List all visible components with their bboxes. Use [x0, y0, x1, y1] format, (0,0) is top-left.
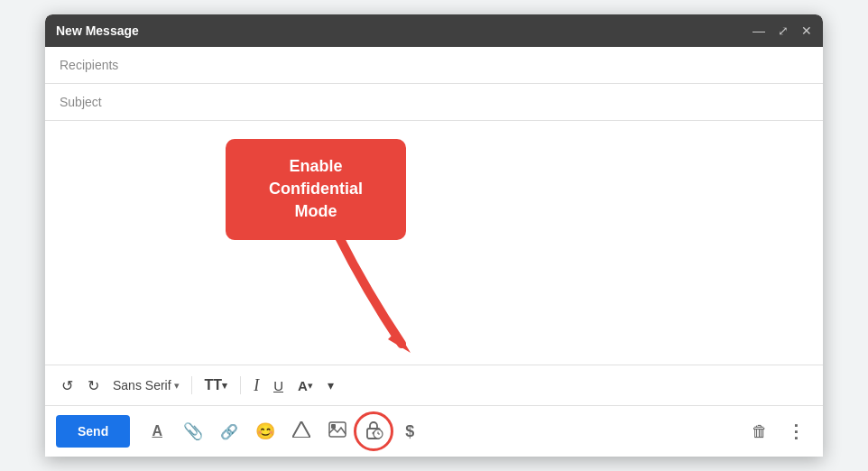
redo-button[interactable]: ↻: [82, 374, 105, 398]
font-color-dropdown-icon: ▾: [308, 380, 313, 392]
tooltip-wrapper: Enable Confidential Mode: [226, 139, 406, 240]
subject-label: Subject: [60, 95, 132, 109]
recipients-row: Recipients: [45, 47, 823, 84]
drive-button[interactable]: [285, 415, 318, 448]
photo-icon: [328, 421, 346, 441]
font-size-button[interactable]: TT ▾: [199, 374, 234, 397]
underline-icon: U: [273, 378, 283, 393]
format-text-icon: A: [152, 423, 162, 439]
tooltip-box: Enable Confidential Mode: [226, 139, 406, 240]
font-size-dropdown-icon: ▾: [222, 380, 227, 392]
font-dropdown-icon[interactable]: ▾: [174, 380, 180, 392]
attachment-button[interactable]: 📎: [177, 415, 209, 448]
emoji-button[interactable]: 😊: [249, 415, 282, 448]
recipients-input[interactable]: [132, 58, 808, 72]
font-color-icon: A: [298, 378, 308, 393]
photo-button[interactable]: [321, 415, 354, 448]
delete-icon: 🗑: [752, 422, 768, 441]
body-area[interactable]: Enable Confidential Mode: [45, 121, 823, 365]
close-button[interactable]: ✕: [801, 24, 812, 37]
font-size-icon: TT: [205, 377, 223, 393]
more-options-icon: ⋮: [787, 420, 805, 442]
title-bar: New Message — ⤢ ✕: [45, 14, 823, 47]
body-textarea[interactable]: [60, 132, 808, 354]
compose-window: New Message — ⤢ ✕ Recipients Subject Ena…: [45, 14, 823, 457]
divider-2: [240, 376, 241, 394]
svg-rect-5: [331, 424, 336, 429]
emoji-icon: 😊: [255, 421, 275, 441]
format-text-button[interactable]: A: [141, 415, 173, 448]
subject-row: Subject: [45, 84, 823, 121]
font-selector-wrapper[interactable]: Sans Serif ▾: [108, 375, 184, 395]
redo-icon: ↻: [88, 377, 99, 394]
confidential-button[interactable]: [357, 415, 390, 448]
font-name-label: Sans Serif: [113, 378, 171, 392]
expand-button[interactable]: ⤢: [778, 24, 789, 37]
dollar-icon: $: [405, 422, 414, 441]
italic-icon: I: [254, 376, 259, 395]
bottom-toolbar: Send A 📎 🔗 😊: [45, 406, 823, 457]
more-formatting-icon: ▾: [328, 378, 334, 392]
divider-1: [191, 376, 192, 394]
undo-button[interactable]: ↺: [56, 374, 78, 398]
delete-button[interactable]: 🗑: [743, 415, 776, 448]
more-formatting-button[interactable]: ▾: [322, 374, 339, 396]
font-color-button[interactable]: A ▾: [292, 374, 319, 397]
confidential-icon: [364, 420, 383, 444]
window-controls: — ⤢ ✕: [753, 24, 812, 37]
confidential-button-wrapper: [357, 415, 390, 448]
link-icon: 🔗: [220, 423, 238, 440]
undo-icon: ↺: [61, 377, 73, 394]
more-options-button[interactable]: ⋮: [780, 415, 812, 448]
link-button[interactable]: 🔗: [213, 415, 245, 448]
dollar-button[interactable]: $: [393, 415, 426, 448]
italic-button[interactable]: I: [248, 373, 264, 399]
tooltip-text: Enable Confidential Mode: [269, 157, 363, 220]
subject-input[interactable]: [132, 95, 808, 109]
attachment-icon: 📎: [183, 421, 203, 441]
underline-button[interactable]: U: [268, 374, 289, 397]
recipients-label: Recipients: [60, 58, 132, 72]
drive-icon: [292, 421, 310, 441]
formatting-toolbar: ↺ ↻ Sans Serif ▾ TT ▾ I U A ▾ ▾: [45, 365, 823, 406]
svg-marker-1: [292, 421, 310, 438]
send-button[interactable]: Send: [56, 415, 130, 448]
tooltip-arrow-svg: [311, 236, 420, 353]
window-title: New Message: [56, 23, 139, 38]
minimize-button[interactable]: —: [753, 24, 765, 37]
